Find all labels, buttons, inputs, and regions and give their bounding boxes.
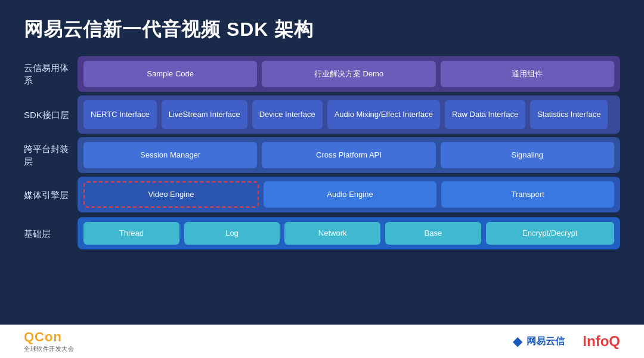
qcon-sub-label: 全球软件开发大会 — [24, 345, 74, 353]
qcon-label: QCon — [24, 329, 62, 345]
row-content-3: Video EngineAudio EngineTransport — [78, 177, 620, 212]
box-3-1: Audio Engine — [264, 181, 436, 208]
box-2-0: Session Manager — [83, 142, 257, 168]
box-0-1: 行业解决方案 Demo — [262, 61, 435, 87]
box-1-1: LiveStream Interface — [162, 100, 247, 129]
row-label-4: 基础层 — [24, 227, 72, 240]
box-3-2: Transport — [441, 181, 614, 208]
row-content-2: Session ManagerCross Platform APISignali… — [78, 137, 620, 173]
main-content: 网易云信新一代音视频 SDK 架构 云信易用体系Sample Code行业解决方… — [0, 0, 644, 325]
row-content-1: NERTC InterfaceLiveStream InterfaceDevic… — [78, 95, 620, 134]
footer: QCon 全球软件开发大会 ◆ 网易云信 InfoQ — [0, 325, 644, 358]
footer-right-block: ◆ 网易云信 InfoQ — [513, 333, 620, 350]
row-content-4: ThreadLogNetworkBaseEncrypt/Decrypt — [78, 217, 620, 249]
arch-row-2: 跨平台封装层Session ManagerCross Platform APIS… — [24, 137, 620, 173]
arch-row-1: SDK接口层NERTC InterfaceLiveStream Interfac… — [24, 95, 620, 134]
netease-brand: ◆ 网易云信 — [513, 334, 565, 348]
box-4-1: Log — [184, 222, 280, 245]
box-0-0: Sample Code — [83, 61, 257, 87]
box-0-2: 通用组件 — [441, 61, 614, 87]
netease-icon: ◆ — [513, 334, 522, 348]
box-4-2: Network — [284, 222, 380, 245]
row-label-2: 跨平台封装层 — [24, 143, 72, 168]
footer-qcon-block: QCon 全球软件开发大会 — [24, 329, 74, 353]
page-title: 网易云信新一代音视频 SDK 架构 — [24, 17, 620, 43]
box-3-0: Video Engine — [83, 181, 259, 208]
infoq-label: InfoQ — [583, 333, 620, 350]
box-4-4: Encrypt/Decrypt — [486, 222, 614, 245]
arch-row-3: 媒体引擎层Video EngineAudio EngineTransport — [24, 177, 620, 212]
row-label-1: SDK接口层 — [24, 109, 72, 121]
box-1-0: NERTC Interface — [83, 100, 157, 129]
box-1-5: Statistics Interface — [530, 100, 608, 129]
box-4-0: Thread — [83, 222, 179, 245]
architecture-diagram: 云信易用体系Sample Code行业解决方案 Demo通用组件SDK接口层NE… — [24, 56, 620, 319]
box-1-3: Audio Mixing/Effect Interface — [327, 100, 440, 129]
row-label-0: 云信易用体系 — [24, 61, 72, 87]
arch-row-0: 云信易用体系Sample Code行业解决方案 Demo通用组件 — [24, 56, 620, 92]
row-label-3: 媒体引擎层 — [24, 189, 72, 201]
box-1-2: Device Interface — [252, 100, 323, 129]
netease-label: 网易云信 — [527, 335, 565, 348]
box-2-1: Cross Platform API — [262, 142, 435, 168]
box-2-2: Signaling — [441, 142, 614, 168]
box-1-4: Raw Data Interface — [445, 100, 525, 129]
row-content-0: Sample Code行业解决方案 Demo通用组件 — [78, 56, 620, 92]
box-4-3: Base — [385, 222, 481, 245]
arch-row-4: 基础层ThreadLogNetworkBaseEncrypt/Decrypt — [24, 216, 620, 251]
